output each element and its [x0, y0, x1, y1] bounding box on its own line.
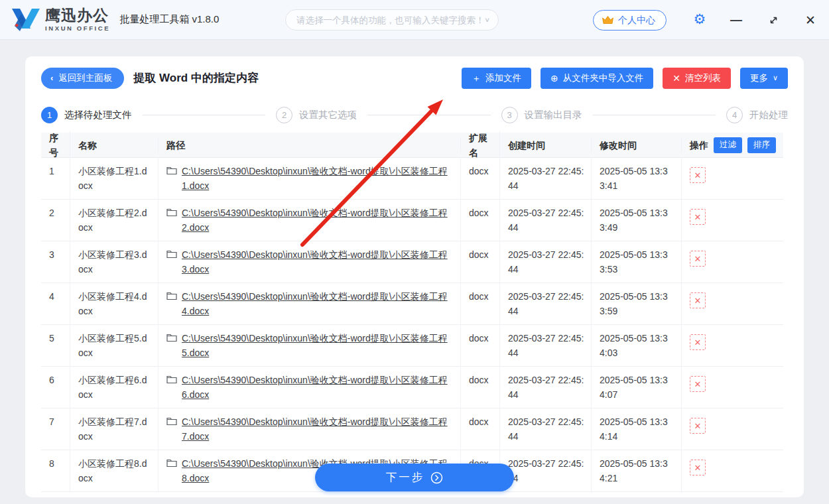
table-row: 5 小区装修工程5.docx C:\Users\54390\Desktop\in…: [41, 325, 783, 367]
resize-diagonal-icon: [769, 15, 779, 25]
col-header-path: 路径: [159, 138, 461, 153]
back-to-dashboard-button[interactable]: ‹ 返回到主面板: [41, 68, 124, 89]
add-files-button[interactable]: ＋ 添加文件: [462, 68, 531, 89]
col-header-modified: 修改时间: [592, 138, 682, 153]
cell-path: C:\Users\54390\Desktop\inxun\验收文档-word提取…: [159, 283, 461, 324]
cell-modified: 2025-05-05 13:33:53: [592, 241, 682, 283]
more-button[interactable]: 更多 ∨: [740, 68, 788, 89]
cell-created: 2025-03-27 22:45:44: [500, 241, 592, 283]
col-header-name: 名称: [70, 138, 159, 153]
step-2-number: 2: [276, 107, 292, 123]
cell-modified: 2025-05-05 13:34:03: [592, 325, 682, 366]
cell-created: 2025-03-27 22:45:44: [500, 200, 592, 241]
file-path-link[interactable]: C:\Users\54390\Desktop\inxun\验收文档-word提取…: [182, 247, 454, 277]
cell-path: C:\Users\54390\Desktop\inxun\验收文档-word提取…: [159, 200, 461, 241]
cell-ext: docx: [461, 367, 500, 408]
user-center-button[interactable]: 个人中心: [593, 10, 667, 31]
file-table: 序号 名称 路径 扩展名 创建时间 修改时间 操作 过滤 排序 1 小区装修工程…: [41, 133, 783, 492]
cell-name: 小区装修工程5.docx: [70, 325, 159, 366]
app-version-title: 批量处理工具箱 v1.8.0: [119, 13, 219, 26]
import-from-folder-button[interactable]: ⊕ 从文件夹中导入文件: [541, 68, 653, 89]
clear-list-button[interactable]: ✕ 清空列表: [663, 68, 731, 89]
delete-row-button[interactable]: ✕: [690, 418, 706, 434]
cell-path: C:\Users\54390\Desktop\inxun\验收文档-word提取…: [159, 158, 461, 199]
sort-button[interactable]: 排序: [747, 137, 776, 153]
cell-created: 2025-03-27 22:45:44: [500, 450, 592, 491]
cell-index: 6: [41, 367, 70, 408]
table-row: 1 小区装修工程1.docx C:\Users\54390\Desktop\in…: [41, 158, 783, 200]
cell-index: 1: [41, 158, 70, 199]
delete-row-button[interactable]: ✕: [690, 251, 706, 267]
delete-row-button[interactable]: ✕: [690, 376, 706, 392]
cell-modified: 2025-05-05 13:34:07: [592, 367, 682, 408]
delete-row-button[interactable]: ✕: [690, 167, 706, 183]
chevron-down-icon: ∨: [484, 16, 490, 23]
cell-path: C:\Users\54390\Desktop\inxun\验收文档-word提取…: [159, 409, 461, 450]
cell-ext: docx: [461, 325, 500, 366]
cell-ext: docx: [461, 283, 500, 324]
col-header-ext: 扩展名: [461, 131, 500, 160]
cell-name: 小区装修工程2.docx: [70, 200, 159, 241]
folder-icon: [166, 166, 177, 175]
folder-icon: [166, 249, 177, 259]
file-path-link[interactable]: C:\Users\54390\Desktop\inxun\验收文档-word提取…: [182, 289, 454, 318]
step-4-number: 4: [726, 107, 743, 123]
cell-modified: 2025-05-05 13:34:21: [592, 450, 682, 491]
file-path-link[interactable]: C:\Users\54390\Desktop\inxun\验收文档-word提取…: [182, 206, 454, 235]
cell-name: 小区装修工程3.docx: [70, 241, 159, 283]
step-3-output-dir: 3 设置输出目录: [501, 107, 582, 123]
step-1-number: 1: [41, 107, 58, 123]
actions-header-label: 操作: [690, 138, 708, 153]
file-path-link[interactable]: C:\Users\54390\Desktop\inxun\验收文档-word提取…: [182, 373, 454, 402]
folder-icon: [166, 208, 177, 217]
circle-plus-icon: ⊕: [550, 74, 558, 83]
cell-name: 小区装修工程1.docx: [70, 158, 159, 199]
search-input[interactable]: [296, 15, 484, 25]
col-header-actions: 操作 过滤 排序: [682, 137, 783, 153]
chevron-left-icon: ‹: [50, 73, 53, 83]
cell-actions: ✕: [682, 367, 783, 408]
step-2-options: 2 设置其它选项: [276, 107, 357, 123]
col-header-index: 序号: [41, 131, 70, 160]
folder-icon: [166, 333, 177, 342]
step-indicator: 1 选择待处理文件 2 设置其它选项 3 设置输出目录 4 开始处理: [41, 106, 788, 123]
delete-row-button[interactable]: ✕: [690, 334, 706, 350]
file-path-link[interactable]: C:\Users\54390\Desktop\inxun\验收文档-word提取…: [182, 331, 454, 360]
cell-created: 2025-03-27 22:45:44: [500, 158, 592, 199]
step-3-number: 3: [501, 107, 518, 123]
cell-actions: ✕: [682, 325, 783, 366]
file-path-link[interactable]: C:\Users\54390\Desktop\inxun\验收文档-word提取…: [182, 164, 454, 193]
function-search-combobox[interactable]: ∨: [285, 9, 499, 31]
close-button[interactable]: ✕: [800, 9, 821, 31]
filter-button[interactable]: 过滤: [714, 137, 742, 153]
cell-index: 7: [41, 409, 70, 450]
delete-row-button[interactable]: ✕: [690, 292, 706, 308]
settings-gear-icon[interactable]: ⚙: [691, 11, 708, 28]
step-3-label: 设置输出目录: [525, 109, 582, 121]
table-body: 1 小区装修工程1.docx C:\Users\54390\Desktop\in…: [41, 158, 783, 492]
folder-icon: [166, 291, 177, 300]
delete-row-button[interactable]: ✕: [690, 209, 706, 225]
table-row: 6 小区装修工程6.docx C:\Users\54390\Desktop\in…: [41, 367, 783, 409]
import-from-folder-label: 从文件夹中导入文件: [563, 72, 644, 84]
cell-index: 8: [41, 450, 70, 491]
app-logo: 鹰迅办公 INXUN OFFICE: [11, 6, 110, 34]
cell-path: C:\Users\54390\Desktop\inxun\验收文档-word提取…: [159, 367, 461, 408]
folder-icon: [166, 416, 177, 426]
delete-row-button[interactable]: ✕: [690, 460, 706, 475]
file-path-link[interactable]: C:\Users\54390\Desktop\inxun\验收文档-word提取…: [182, 414, 454, 444]
resize-button[interactable]: [763, 9, 784, 31]
cell-created: 2025-03-27 22:45:44: [500, 283, 592, 324]
cell-path: C:\Users\54390\Desktop\inxun\验收文档-word提取…: [159, 241, 461, 283]
more-label: 更多: [750, 72, 768, 84]
cell-modified: 2025-05-05 13:33:49: [592, 200, 682, 241]
cell-modified: 2025-05-05 13:34:14: [592, 409, 682, 450]
cell-actions: ✕: [682, 200, 783, 241]
cell-name: 小区装修工程8.docx: [70, 450, 159, 491]
logo-x-icon: [11, 6, 41, 34]
table-row: 3 小区装修工程3.docx C:\Users\54390\Desktop\in…: [41, 241, 783, 283]
cell-index: 5: [41, 325, 70, 366]
minimize-button[interactable]: —: [726, 9, 747, 31]
next-step-button[interactable]: 下一步: [315, 464, 514, 491]
folder-icon: [166, 458, 177, 468]
